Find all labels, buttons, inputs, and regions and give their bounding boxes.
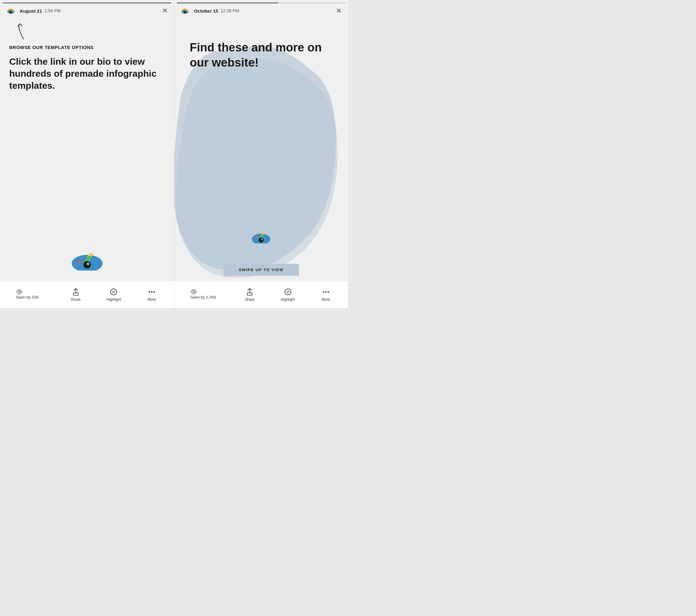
seen-by-area-right: Seen by 1,343 [187, 289, 221, 299]
right-story-date: October 15 [194, 8, 218, 14]
share-button-left[interactable]: Share [66, 288, 85, 302]
highlight-label-right: Highlight [281, 297, 295, 302]
share-icon-left [72, 288, 80, 296]
progress-bar-fill [2, 2, 172, 3]
browse-label: BROWSE OUR TEMPLATE OPTIONS [9, 45, 94, 50]
right-story-panel: October 15 12:38 PM ✕ Find these and mor… [174, 0, 348, 308]
eye-icon-left [16, 289, 23, 294]
highlight-icon-right [284, 288, 292, 296]
more-label-right: More [322, 297, 330, 302]
right-story-content: Find these and more on our website! SWIP… [174, 0, 348, 308]
highlight-label-left: Highlight [107, 297, 121, 302]
more-icon-right [321, 288, 330, 296]
svg-point-2 [9, 11, 12, 14]
svg-point-22 [193, 291, 195, 293]
svg-point-25 [323, 291, 324, 292]
close-icon-right: ✕ [336, 7, 342, 15]
bottom-bar-right: Seen by 1,343 Share Highlight [174, 280, 348, 308]
chameleon-logo-right [249, 225, 273, 244]
svg-point-24 [285, 289, 291, 295]
close-icon-left: ✕ [162, 7, 168, 15]
share-icon-right [246, 288, 254, 296]
swipe-up-button[interactable]: SWIPE UP TO VIEW [223, 264, 299, 276]
more-label-left: More [147, 297, 156, 302]
seen-count-right: Seen by 1,343 [190, 295, 216, 299]
more-icon-left [147, 288, 156, 296]
progress-bar-bg [2, 2, 172, 3]
eye-icon-right [190, 289, 197, 294]
close-button-left[interactable]: ✕ [160, 6, 169, 15]
highlight-button-left[interactable]: Highlight [105, 288, 123, 302]
browse-body: Click the link in our bio to view hundre… [9, 56, 165, 92]
highlight-button-right[interactable]: Highlight [279, 288, 297, 302]
share-label-left: Share [71, 297, 81, 302]
find-text: Find these and more on our website! [184, 40, 339, 71]
svg-point-10 [111, 289, 117, 295]
svg-point-26 [325, 291, 327, 292]
left-story-time: 1:56 PM [45, 8, 61, 13]
svg-point-12 [151, 291, 153, 292]
svg-point-11 [149, 291, 150, 292]
svg-point-8 [18, 291, 20, 293]
left-story-panel: August 21 1:56 PM ✕ BROWSE OUR TEMPLATE … [0, 0, 174, 308]
svg-point-16 [184, 11, 187, 14]
right-logo-area [243, 220, 280, 248]
svg-point-21 [262, 239, 262, 240]
svg-point-17 [185, 11, 186, 12]
right-story-time: 12:38 PM [221, 8, 239, 13]
arrow-sketch [13, 22, 28, 42]
highlight-icon-left [109, 288, 118, 296]
svg-point-7 [88, 263, 89, 264]
svg-point-13 [154, 291, 155, 292]
progress-bar-bg-right [177, 2, 346, 3]
progress-bar-area [2, 2, 172, 3]
share-button-right[interactable]: Share [240, 288, 259, 302]
left-story-content: BROWSE OUR TEMPLATE OPTIONS Click the li… [0, 0, 174, 308]
left-logo-area [63, 237, 112, 274]
chameleon-logo-left [67, 241, 107, 271]
left-story-date: August 21 [20, 8, 42, 14]
share-label-right: Share [245, 297, 255, 302]
svg-point-19 [259, 237, 264, 243]
progress-bar-area-right [177, 2, 346, 3]
svg-point-5 [83, 261, 91, 268]
avatar-right [179, 5, 191, 17]
progress-bar-fill-right [177, 2, 278, 3]
bottom-bar-left: Seen by 539 Share Highlight [0, 280, 174, 308]
seen-icon-row-right [190, 289, 197, 294]
seen-by-area-left: Seen by 539 [13, 289, 47, 299]
more-button-right[interactable]: More [317, 288, 335, 302]
header-info-right: October 15 12:38 PM [194, 8, 334, 14]
close-button-right[interactable]: ✕ [334, 6, 343, 15]
svg-point-3 [11, 11, 12, 12]
seen-count-left: Seen by 539 [16, 295, 38, 299]
avatar-left [5, 5, 17, 17]
header-info-left: August 21 1:56 PM [20, 8, 160, 14]
more-button-left[interactable]: More [143, 288, 161, 302]
seen-icon-row-left [16, 289, 23, 294]
svg-point-27 [328, 291, 329, 292]
